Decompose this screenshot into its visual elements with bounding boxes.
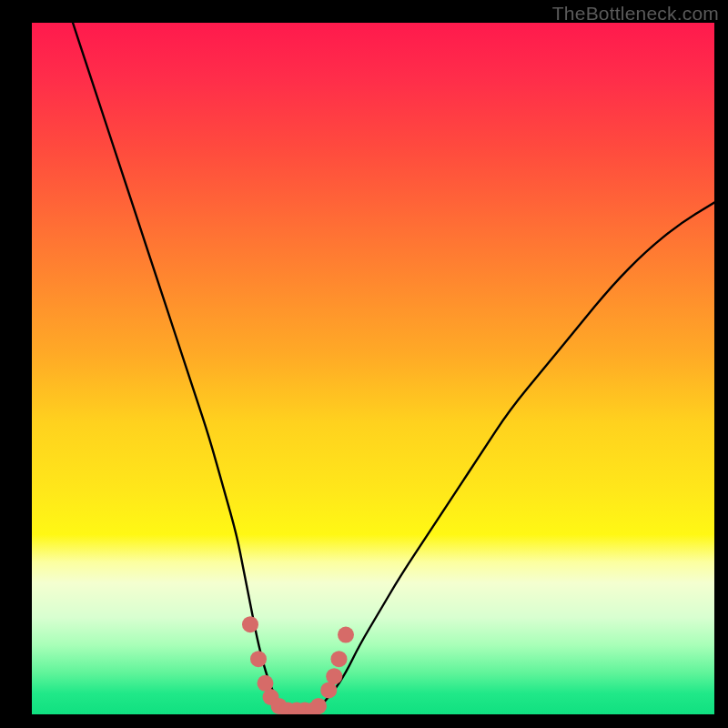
marker-dot [242, 616, 258, 632]
chart-frame: TheBottleneck.com [0, 0, 728, 728]
marker-dot [326, 668, 342, 684]
bottleneck-curve-svg [32, 23, 714, 714]
marker-dot [331, 651, 348, 667]
marker-dots-group [242, 616, 354, 714]
plot-area [32, 23, 714, 714]
watermark-text: TheBottleneck.com [552, 3, 719, 25]
bottleneck-curve [73, 23, 714, 711]
marker-dot [310, 698, 327, 714]
curve-path-group [73, 23, 714, 711]
marker-dot [338, 627, 354, 643]
marker-dot [250, 651, 267, 667]
